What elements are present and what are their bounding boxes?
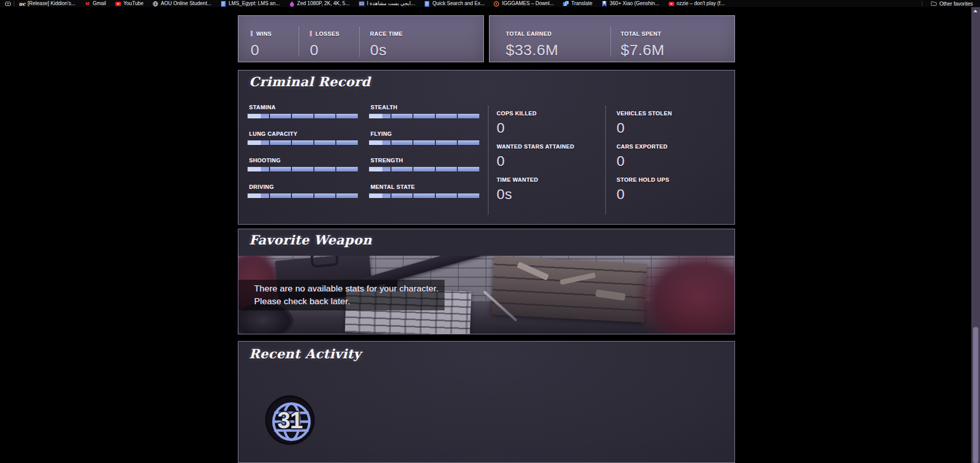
money-summary-panel: TOTAL EARNED $33.6M TOTAL SPENT $7.6M — [489, 15, 735, 62]
criminal-record-panel: Criminal Record STAMINA STEALTH LUNG CAP… — [238, 70, 735, 225]
skill-stamina: STAMINA — [248, 104, 358, 131]
vertical-scrollbar[interactable] — [971, 7, 980, 463]
bookmark-igggames[interactable]: IGGGAMES – Downl... — [494, 0, 554, 7]
time-wanted-counter: TIME WANTED 0s — [497, 175, 604, 208]
losses-value: 0 — [310, 41, 339, 59]
skill-shooting: SHOOTING — [248, 157, 358, 184]
bookmark-aou[interactable]: AOU Online Student... — [153, 0, 211, 7]
race-time-stat: RACE TIME 0s — [370, 29, 403, 59]
total-spent-stat: TOTAL SPENT $7.6M — [621, 29, 665, 59]
skill-mental-state: MENTAL STATE — [369, 184, 479, 210]
favorites-bar: uc [Release] Kiddion's... M Gmail YouTub… — [0, 0, 980, 7]
wins-stat: WINS 0 — [251, 29, 272, 59]
divider — [605, 106, 606, 214]
bookmark-ozzie[interactable]: ozzie – don't play (f... — [669, 0, 725, 7]
favorite-weapon-panel: Favorite Weapon There are no available s… — [238, 229, 735, 334]
skill-driving: DRIVING — [248, 184, 358, 210]
other-favorites-button[interactable]: Other favorites — [922, 0, 973, 7]
wanted-stars-counter: WANTED STARS ATTAINED 0 — [497, 141, 604, 175]
skill-bar — [248, 193, 358, 198]
bookmark-zed[interactable]: Zed 1080P, 2K, 4K, 5... — [289, 0, 350, 7]
wins-value: 0 — [251, 41, 272, 59]
igg-icon — [494, 1, 499, 7]
criminal-record-title: Criminal Record — [249, 75, 371, 89]
cops-killed-counter: COPS KILLED 0 — [497, 108, 604, 141]
divider — [922, 1, 922, 6]
skill-stealth: STEALTH — [369, 104, 479, 131]
egybest-icon — [359, 1, 364, 7]
youtube-icon — [115, 1, 121, 7]
total-spent-value: $7.6M — [621, 41, 665, 59]
skill-bar — [369, 193, 479, 198]
counters-column-1: COPS KILLED 0 WANTED STARS ATTAINED 0 TI… — [497, 108, 604, 208]
skill-bar — [248, 167, 358, 172]
divider — [610, 27, 611, 57]
gmail-icon: M — [85, 1, 90, 7]
screen: uc [Release] Kiddion's... M Gmail YouTub… — [0, 0, 980, 463]
skill-bar — [369, 140, 479, 145]
youtube-icon — [669, 1, 674, 7]
favorite-weapon-title: Favorite Weapon — [249, 233, 372, 248]
document-icon — [424, 1, 430, 7]
folder-icon — [931, 1, 937, 7]
bookmark-lms-egypt[interactable]: LMS_Egypt: LMS an... — [220, 0, 280, 7]
losses-stat: LOSSES 0 — [310, 29, 339, 59]
divider — [359, 27, 360, 57]
losses-tick-icon — [310, 31, 312, 36]
skill-bar — [369, 167, 479, 172]
vehicles-stolen-counter: VEHICLES STOLEN 0 — [617, 108, 724, 141]
skills-grid: STAMINA STEALTH LUNG CAPACITY FLYING SHO… — [248, 104, 479, 210]
rank-globe-badge[interactable]: 31 — [265, 396, 314, 445]
bookmark-xiao-wallpapers[interactable]: 360+ Xiao (Genshin... — [601, 0, 659, 7]
bookmark-youtube[interactable]: YouTube — [115, 0, 143, 7]
divider — [299, 27, 299, 57]
scroll-up-arrow-icon[interactable] — [973, 10, 977, 12]
scrollbar-thumb[interactable] — [973, 327, 978, 463]
globe-icon — [153, 1, 158, 7]
divider — [14, 1, 14, 6]
counters-column-2: VEHICLES STOLEN 0 CARS EXPORTED 0 STORE … — [617, 108, 724, 208]
favorite-weapon-header: Favorite Weapon — [238, 229, 734, 256]
skill-bar — [369, 114, 479, 118]
wallpaper-icon — [601, 1, 607, 7]
skill-strength: STRENGTH — [369, 157, 479, 184]
svg-text:A: A — [564, 3, 566, 6]
bookmark-translate[interactable]: 文A Translate — [563, 0, 592, 7]
recent-activity-panel: Recent Activity 31 — [238, 341, 735, 463]
cars-exported-counter: CARS EXPORTED 0 — [617, 141, 724, 175]
recent-activity-title: Recent Activity — [249, 347, 361, 361]
uc-icon: uc — [19, 1, 25, 7]
skill-bar — [248, 114, 358, 118]
race-time-value: 0s — [370, 41, 403, 59]
document-icon — [220, 1, 226, 7]
bookmark-kiddions[interactable]: uc [Release] Kiddion's... — [19, 0, 76, 7]
translate-icon: 文A — [563, 1, 569, 7]
wins-tick-icon — [251, 31, 253, 36]
flame-icon — [289, 1, 295, 7]
tab-preview-icon[interactable] — [5, 1, 11, 7]
total-earned-stat: TOTAL EARNED $33.6M — [506, 29, 558, 59]
store-hold-ups-counter: STORE HOLD UPS 0 — [617, 175, 724, 208]
skill-flying: FLYING — [369, 131, 479, 157]
skill-bar — [248, 140, 358, 145]
total-earned-value: $33.6M — [506, 41, 558, 59]
races-summary-panel: WINS 0 LOSSES 0 RACE TIME 0s — [238, 15, 484, 62]
rank-number: 31 — [277, 406, 302, 434]
bookmark-gmail[interactable]: M Gmail — [85, 0, 106, 7]
bookmark-egybest[interactable]: ايجي بست مشاهدة ا... — [359, 0, 415, 7]
no-stats-message: There are no available stats for your ch… — [238, 280, 445, 310]
skill-lung-capacity: LUNG CAPACITY — [248, 131, 358, 157]
bookmark-quick-search[interactable]: Quick Search and Ex... — [424, 0, 484, 7]
divider — [488, 106, 488, 214]
